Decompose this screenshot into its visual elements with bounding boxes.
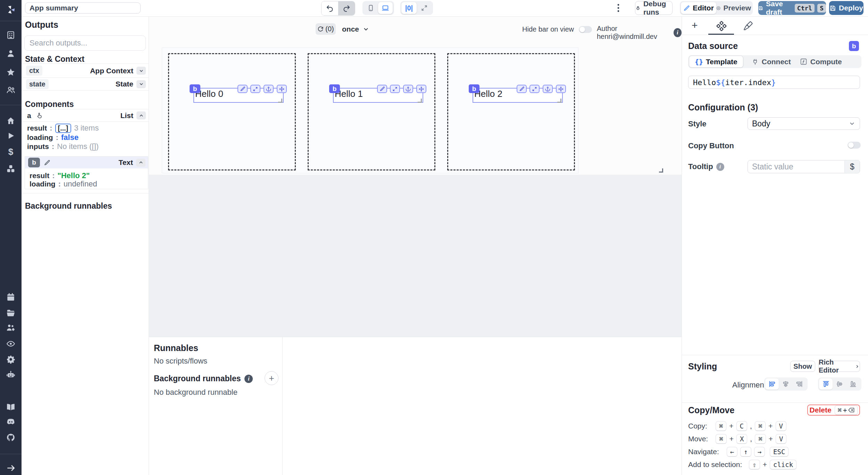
user-icon[interactable] xyxy=(6,49,15,58)
more-menu-button[interactable] xyxy=(615,3,622,13)
component-badge[interactable]: b xyxy=(329,84,340,93)
align-top-button[interactable] xyxy=(819,378,833,390)
insert-tab-plus-icon[interactable]: + xyxy=(692,20,698,31)
anchor-component-button[interactable] xyxy=(264,85,274,93)
home-icon[interactable] xyxy=(6,116,15,125)
align-bottom-button[interactable] xyxy=(846,378,860,390)
app-canvas[interactable]: (0) once Hide bar on view Author henri@w… xyxy=(149,16,682,337)
save-draft-button[interactable]: Save draft Ctrl S xyxy=(758,1,826,15)
grid-resize-handle[interactable] xyxy=(659,168,663,173)
hide-bar-toggle[interactable] xyxy=(579,26,592,33)
debug-runs-button[interactable]: Debug runs xyxy=(635,1,673,15)
template-code-input[interactable]: Hello ${iter.index} xyxy=(688,76,860,89)
pencil-icon[interactable] xyxy=(44,159,50,166)
windmill-logo-icon[interactable] xyxy=(6,5,16,15)
tab-preview[interactable]: Preview xyxy=(716,2,751,14)
component-badge[interactable]: b xyxy=(469,84,479,93)
github-icon[interactable] xyxy=(6,433,16,442)
chevron-down-icon[interactable] xyxy=(136,67,146,75)
chevron-up-icon[interactable] xyxy=(136,111,146,119)
kbd-x: X xyxy=(736,434,747,444)
chevron-down-icon[interactable] xyxy=(136,80,146,88)
apps-icon[interactable] xyxy=(6,31,15,40)
info-icon[interactable]: i xyxy=(716,163,724,171)
book-icon[interactable] xyxy=(6,402,16,411)
move-component-button[interactable] xyxy=(556,85,566,93)
anchor-component-button[interactable] xyxy=(403,85,413,93)
component-resize-handle[interactable] xyxy=(418,99,422,103)
align-right-button[interactable] xyxy=(792,378,806,390)
tooltip-input[interactable] xyxy=(748,160,860,173)
eye-icon[interactable] xyxy=(6,339,16,348)
play-icon[interactable] xyxy=(7,132,15,140)
tab-compute[interactable]: Compute xyxy=(800,58,842,66)
tab-connect[interactable]: Connect xyxy=(752,58,791,66)
list-cell[interactable]: b Hello 1 xyxy=(308,53,435,170)
expand-component-button[interactable] xyxy=(390,85,400,93)
edit-component-button[interactable] xyxy=(517,85,527,93)
tab-editor[interactable]: Editor xyxy=(681,2,716,14)
undo-button[interactable] xyxy=(322,1,338,15)
chevron-up-icon[interactable] xyxy=(136,159,145,167)
rich-editor-button[interactable]: Rich Editor xyxy=(818,361,860,372)
refresh-count-button[interactable]: (0) xyxy=(316,23,336,35)
component-resize-handle[interactable] xyxy=(278,99,282,103)
star-icon[interactable] xyxy=(6,68,15,77)
resources-icon[interactable] xyxy=(6,164,16,173)
gear-icon[interactable] xyxy=(6,355,15,364)
move-component-button[interactable] xyxy=(277,85,287,93)
robot-icon[interactable] xyxy=(6,370,16,379)
panel-divider[interactable] xyxy=(282,337,283,475)
discord-icon[interactable] xyxy=(6,417,16,426)
show-styling-button[interactable]: Show xyxy=(790,361,815,372)
dollar-icon[interactable]: $ xyxy=(8,147,13,157)
component-row-a[interactable]: a List xyxy=(22,109,149,122)
app-summary-input[interactable] xyxy=(25,2,141,14)
output-row-ctx[interactable]: ctx App Context xyxy=(22,64,149,77)
info-icon[interactable]: i xyxy=(674,28,682,37)
folder-icon[interactable] xyxy=(6,308,16,317)
users-gear-icon[interactable] xyxy=(6,323,16,332)
style-select[interactable]: Body xyxy=(748,117,860,130)
desktop-view-button[interactable] xyxy=(378,2,393,14)
settings-tab-styling-icon[interactable] xyxy=(743,21,753,31)
tab-template[interactable]: {} Template xyxy=(689,56,743,68)
deploy-button[interactable]: Deploy xyxy=(829,1,863,15)
align-left-button[interactable] xyxy=(765,378,779,390)
add-background-runnable-button[interactable]: + xyxy=(265,371,278,385)
move-component-button[interactable] xyxy=(416,85,426,93)
component-row-b[interactable]: b Text xyxy=(25,157,148,168)
component-badge[interactable]: b xyxy=(190,84,200,93)
align-middle-button[interactable] xyxy=(833,378,846,390)
data-source-mode-tabs: {} Template Connect Compute xyxy=(688,55,861,68)
expand-component-button[interactable] xyxy=(250,85,260,93)
collapse-arrow-icon[interactable] xyxy=(6,464,15,473)
mobile-view-button[interactable] xyxy=(364,2,378,14)
list-cell[interactable]: b Hello 2 xyxy=(447,53,575,170)
users-group-icon[interactable] xyxy=(6,85,16,94)
component-resize-handle[interactable] xyxy=(557,99,561,103)
copy-button-toggle[interactable] xyxy=(848,142,861,149)
tab-template-label: Template xyxy=(706,58,737,66)
list-component-a[interactable]: b Hello 0 b Hello 1 xyxy=(162,48,578,173)
move-icon xyxy=(558,86,564,92)
list-cell[interactable]: b Hello 0 xyxy=(168,53,296,170)
settings-tab-components-icon[interactable] xyxy=(716,21,727,31)
info-icon[interactable]: i xyxy=(244,375,253,383)
edit-component-button[interactable] xyxy=(237,85,248,93)
center-canvas-button[interactable]: |0| xyxy=(401,2,417,14)
delete-button[interactable]: Delete ⌘+ xyxy=(807,405,860,416)
expand-component-button[interactable] xyxy=(529,85,540,93)
expand-array-chip[interactable]: [...] xyxy=(55,124,71,133)
anchor-component-button[interactable] xyxy=(543,85,553,93)
search-outputs-input[interactable] xyxy=(24,35,146,51)
fullscreen-button[interactable] xyxy=(417,2,432,14)
edit-component-button[interactable] xyxy=(377,85,387,93)
calendar-icon[interactable] xyxy=(6,292,15,301)
component-card-b: b Text result : "Hello 2" loading : unde… xyxy=(25,156,148,189)
output-row-state[interactable]: state State xyxy=(22,78,149,90)
schedule-dropdown[interactable]: once xyxy=(342,23,369,35)
dynamic-value-button[interactable]: $ xyxy=(844,161,860,173)
redo-button[interactable] xyxy=(338,1,355,15)
align-center-horizontal-button[interactable] xyxy=(779,378,792,390)
